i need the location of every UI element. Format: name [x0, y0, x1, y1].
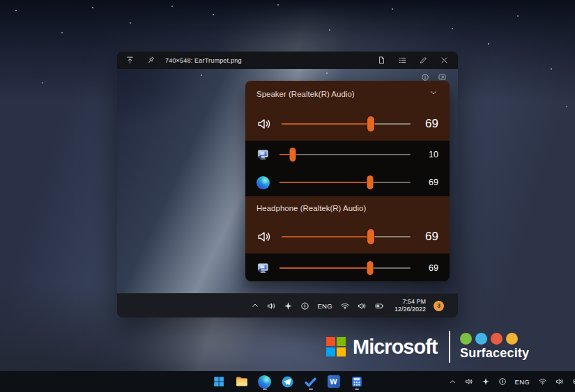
- slider-handle[interactable]: [367, 229, 374, 244]
- star: [277, 4, 279, 6]
- surfacecity-logo: Surfacecity: [460, 333, 529, 361]
- speaker-icon[interactable]: [256, 229, 272, 244]
- time: 7:54 PM: [394, 298, 426, 306]
- slider-track: [282, 236, 411, 237]
- speaker-icon[interactable]: [358, 301, 367, 311]
- pin-icon[interactable]: [146, 56, 155, 65]
- volume-slider[interactable]: [279, 146, 411, 163]
- file-explorer-icon[interactable]: [235, 373, 249, 390]
- slider-handle[interactable]: [367, 175, 373, 189]
- taskbar-pinned-apps: W: [212, 371, 364, 392]
- edge-icon[interactable]: [258, 373, 272, 390]
- clock[interactable]: 7:54 PM 12/26/2022: [394, 298, 426, 313]
- volume-value: 69: [420, 117, 438, 131]
- app-volume-row: 10: [245, 141, 450, 168]
- device-name: Speaker (Realtek(R) Audio): [256, 90, 355, 98]
- chevron-up-icon[interactable]: [449, 378, 457, 386]
- chevron-up-icon[interactable]: [251, 301, 259, 310]
- wifi-icon[interactable]: [538, 377, 547, 386]
- device-name: Headphone (Realtek(R) Audio): [256, 204, 366, 212]
- speaker-icon[interactable]: [555, 377, 564, 386]
- device-header[interactable]: Speaker (Realtek(R) Audio): [245, 81, 450, 107]
- star: [15, 10, 17, 11]
- sparkle-icon[interactable]: [482, 377, 490, 386]
- app-volume-row: 69: [245, 253, 450, 281]
- device-section-headphone: Headphone (Realtek(R) Audio) 69: [245, 196, 450, 253]
- image-viewer-window: 740×548: EarTrumpet.png: [117, 52, 458, 317]
- app-volume-row: 69: [245, 168, 450, 196]
- branding: Microsoft Surfacecity: [326, 326, 529, 368]
- running-indicator: [355, 389, 359, 391]
- word-icon[interactable]: W: [327, 373, 341, 390]
- circle-zero-icon[interactable]: [300, 301, 309, 311]
- edit-icon[interactable]: [419, 56, 428, 65]
- upload-icon[interactable]: [125, 56, 135, 65]
- taskbar: W ENG: [0, 371, 575, 392]
- slider-handle[interactable]: [367, 116, 374, 132]
- device-header[interactable]: Headphone (Realtek(R) Audio): [245, 196, 450, 220]
- slider-handle[interactable]: [367, 261, 373, 275]
- volume-value: 10: [420, 150, 438, 159]
- desktop-wallpaper: 740×548: EarTrumpet.png: [0, 0, 575, 392]
- slider-track: [282, 123, 411, 125]
- volume-slider[interactable]: [279, 260, 411, 276]
- star: [452, 28, 453, 29]
- viewer-titlebar: 740×548: EarTrumpet.png: [117, 52, 458, 69]
- start-button[interactable]: [212, 373, 226, 390]
- calculator-icon[interactable]: [350, 373, 364, 390]
- star: [42, 82, 43, 84]
- star: [517, 15, 519, 17]
- partner-dot-yellow: [506, 333, 518, 345]
- running-indicator: [309, 389, 313, 391]
- eartrumpet-flyout: Speaker (Realtek(R) Audio) 6: [245, 81, 450, 281]
- new-file-icon[interactable]: [377, 56, 386, 65]
- partner-dot-blue: [475, 333, 487, 345]
- volume-value: 69: [420, 263, 438, 273]
- notification-badge[interactable]: 3: [434, 301, 444, 311]
- volume-slider[interactable]: [279, 174, 411, 191]
- microsoft-wordmark: Microsoft: [353, 336, 438, 359]
- microsoft-edge-icon: [256, 176, 270, 189]
- volume-slider[interactable]: [282, 228, 411, 245]
- slider-track: [279, 182, 411, 183]
- todo-check-icon[interactable]: [304, 373, 318, 390]
- battery-icon[interactable]: [374, 301, 385, 311]
- star: [92, 7, 93, 8]
- device-volume-row: 69: [245, 220, 450, 253]
- taskbar-tray: ENG: [449, 371, 575, 392]
- close-icon[interactable]: [440, 56, 449, 65]
- slider-handle[interactable]: [289, 148, 296, 162]
- viewer-title: 740×548: EarTrumpet.png: [165, 57, 242, 64]
- language-indicator[interactable]: ENG: [515, 378, 530, 386]
- star: [488, 43, 489, 45]
- sparkle-icon[interactable]: [284, 301, 293, 311]
- date: 12/26/2022: [394, 306, 426, 313]
- circle-zero-icon[interactable]: [498, 377, 507, 386]
- volume-value: 69: [420, 230, 438, 244]
- volume-slider[interactable]: [282, 116, 411, 132]
- speaker-icon[interactable]: [256, 116, 272, 132]
- star: [551, 68, 552, 70]
- speaker-icon[interactable]: [267, 301, 276, 311]
- slider-track: [279, 267, 411, 269]
- star: [329, 29, 330, 31]
- brand-divider: [449, 331, 451, 363]
- star: [171, 6, 173, 7]
- ms-square-blue: [326, 347, 335, 356]
- star: [201, 75, 202, 76]
- speaker-icon[interactable]: [465, 377, 473, 386]
- battery-icon[interactable]: [572, 377, 575, 386]
- telegram-icon[interactable]: [281, 373, 295, 390]
- surfacecity-wordmark: Surfacecity: [460, 346, 529, 361]
- wifi-icon[interactable]: [340, 301, 350, 311]
- slider-fill: [282, 236, 371, 237]
- list-icon[interactable]: [398, 56, 407, 65]
- slider-fill: [282, 123, 371, 125]
- language-indicator[interactable]: ENG: [317, 302, 332, 310]
- ms-square-yellow: [337, 347, 346, 356]
- star: [566, 106, 567, 107]
- ms-square-red: [326, 337, 335, 346]
- chevron-down-icon[interactable]: [429, 88, 438, 100]
- star: [326, 72, 328, 74]
- slider-fill: [279, 182, 370, 183]
